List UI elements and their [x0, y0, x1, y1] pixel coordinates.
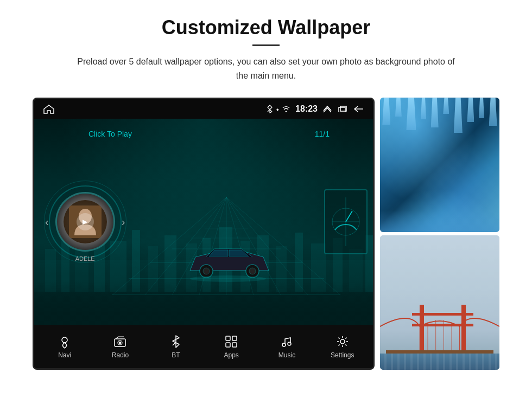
svg-rect-62 — [232, 343, 237, 347]
grid-apps-icon — [224, 335, 238, 349]
main-display: ‹ ▶ ADELE › — [34, 119, 373, 325]
settings-label: Settings — [331, 351, 354, 359]
svg-point-47 — [79, 209, 92, 224]
svg-point-44 — [249, 268, 256, 274]
status-right: ◆ 18:23 — [267, 104, 364, 114]
album-art-image — [69, 206, 102, 238]
thumbnail-ice-cave[interactable] — [380, 98, 499, 232]
album-disc: ▶ ADELE — [55, 192, 115, 252]
page-title: Customized Wallpaper — [162, 16, 371, 39]
svg-rect-46 — [69, 206, 102, 238]
bluetooth-status-icon — [267, 105, 273, 113]
status-left — [43, 104, 55, 114]
radio-icon-wrapper — [112, 334, 128, 349]
status-bar: ◆ 18:23 — [34, 99, 373, 119]
time-display: 18:23 — [295, 104, 318, 114]
nav-item-music[interactable]: Music — [268, 334, 306, 359]
svg-line-51 — [346, 211, 352, 222]
location-pin-icon — [58, 335, 72, 349]
page-subtitle: Preload over 5 default wallpaper options… — [71, 55, 461, 82]
window-icon — [338, 106, 347, 112]
thumbnail-golden-gate[interactable] — [380, 235, 499, 370]
ice-stalactites — [380, 98, 499, 133]
page-container: Customized Wallpaper Preload over 5 defa… — [0, 0, 532, 381]
svg-point-65 — [340, 339, 345, 344]
car-screen: ◆ 18:23 — [33, 98, 375, 370]
radio-label: Radio — [112, 351, 129, 359]
bt-icon-wrapper — [168, 334, 183, 349]
nav-icons-right — [323, 105, 364, 113]
svg-rect-61 — [226, 343, 230, 347]
music-note-icon — [280, 335, 294, 349]
music-label: Music — [278, 351, 295, 359]
bridge-cables-svg — [380, 299, 499, 354]
up-arrow-icon — [323, 105, 332, 113]
status-icons: ◆ — [267, 105, 290, 113]
apps-label: Apps — [224, 351, 238, 359]
home-icon — [43, 104, 55, 114]
car-image — [179, 241, 277, 284]
wifi-status-icon — [282, 106, 290, 112]
thumbnail-gallery — [380, 98, 499, 370]
album-label: ADELE — [75, 255, 95, 262]
bt-label: BT — [172, 351, 180, 359]
svg-line-58 — [173, 342, 176, 345]
bottom-nav: Navi Radio — [34, 325, 373, 368]
svg-point-64 — [288, 342, 291, 345]
navi-label: Navi — [58, 351, 71, 359]
svg-point-1 — [286, 111, 287, 113]
back-arrow-icon — [353, 105, 364, 113]
date-display: 11/1 — [315, 130, 330, 138]
svg-line-0 — [268, 110, 270, 112]
music-icon-wrapper — [279, 334, 294, 349]
svg-point-52 — [62, 337, 67, 343]
svg-point-42 — [203, 268, 210, 274]
nav-item-bt[interactable]: BT — [157, 334, 195, 359]
nav-item-navi[interactable]: Navi — [46, 334, 84, 359]
nav-item-radio[interactable]: Radio — [101, 334, 139, 359]
nav-item-apps[interactable]: Apps — [212, 334, 250, 359]
content-area: ◆ 18:23 — [33, 98, 499, 370]
navi-icon — [57, 334, 72, 349]
music-player: ‹ ▶ ADELE › — [45, 192, 125, 252]
radio-icon — [113, 335, 127, 349]
svg-rect-60 — [232, 336, 237, 341]
click-to-play-text: Click To Play — [88, 130, 132, 138]
svg-point-55 — [119, 342, 121, 344]
album-art — [64, 200, 107, 243]
right-gauge — [324, 189, 368, 254]
svg-point-63 — [282, 343, 286, 346]
apps-icon-wrapper — [224, 334, 239, 349]
water-shimmer — [380, 354, 499, 370]
bluetooth-icon — [169, 335, 183, 349]
play-button[interactable]: ▶ — [77, 213, 94, 230]
nav-item-settings[interactable]: Settings — [324, 334, 362, 359]
settings-icon-wrapper — [335, 334, 350, 349]
title-divider — [252, 44, 280, 46]
gauge-display — [330, 195, 362, 249]
fog-overlay — [34, 281, 373, 325]
svg-rect-59 — [226, 336, 230, 341]
gear-icon — [335, 335, 350, 349]
signal-dot-icon: ◆ — [276, 107, 279, 111]
ice-ground — [380, 210, 499, 232]
